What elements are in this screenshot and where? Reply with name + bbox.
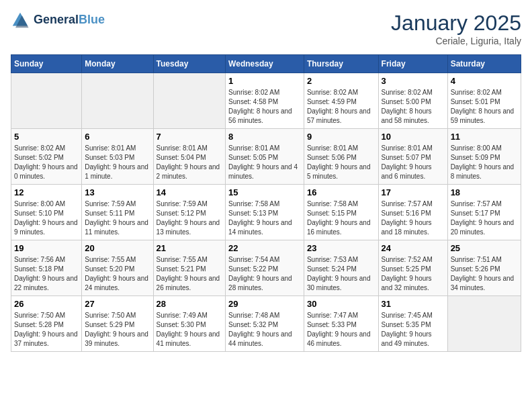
calendar-cell: 12Sunrise: 8:00 AMSunset: 5:10 PMDayligh… <box>11 185 82 240</box>
day-detail: Sunrise: 7:55 AMSunset: 5:20 PMDaylight:… <box>85 255 150 293</box>
day-detail: Sunrise: 8:00 AMSunset: 5:09 PMDaylight:… <box>451 144 518 181</box>
location-subtitle: Ceriale, Liguria, Italy <box>391 36 521 46</box>
calendar-cell: 15Sunrise: 7:58 AMSunset: 5:13 PMDayligh… <box>226 185 304 240</box>
calendar-week-row: 5Sunrise: 8:02 AMSunset: 5:02 PMDaylight… <box>11 129 521 185</box>
calendar-cell: 29Sunrise: 7:48 AMSunset: 5:32 PMDayligh… <box>226 296 304 352</box>
weekday-header: Saturday <box>447 55 521 73</box>
day-number: 29 <box>228 299 301 309</box>
title-block: January 2025 Ceriale, Liguria, Italy <box>391 11 521 46</box>
day-detail: Sunrise: 7:59 AMSunset: 5:12 PMDaylight:… <box>157 199 223 237</box>
day-number: 23 <box>307 243 375 253</box>
day-number: 18 <box>451 187 518 197</box>
calendar-week-row: 12Sunrise: 8:00 AMSunset: 5:10 PMDayligh… <box>11 185 521 240</box>
calendar-cell: 2Sunrise: 8:02 AMSunset: 4:59 PMDaylight… <box>304 73 378 129</box>
calendar-cell: 9Sunrise: 8:01 AMSunset: 5:06 PMDaylight… <box>304 129 378 185</box>
weekday-header: Monday <box>82 55 153 73</box>
day-number: 31 <box>382 299 445 309</box>
calendar-week-row: 19Sunrise: 7:56 AMSunset: 5:18 PMDayligh… <box>11 240 521 296</box>
calendar-cell <box>11 73 82 129</box>
calendar-cell <box>82 73 153 129</box>
day-detail: Sunrise: 7:50 AMSunset: 5:29 PMDaylight:… <box>85 311 150 349</box>
day-detail: Sunrise: 7:55 AMSunset: 5:21 PMDaylight:… <box>157 255 223 293</box>
day-number: 17 <box>382 187 445 197</box>
calendar-cell: 22Sunrise: 7:54 AMSunset: 5:22 PMDayligh… <box>226 240 304 296</box>
calendar-cell: 24Sunrise: 7:52 AMSunset: 5:25 PMDayligh… <box>378 240 447 296</box>
logo-icon <box>11 11 30 30</box>
calendar-cell: 25Sunrise: 7:51 AMSunset: 5:26 PMDayligh… <box>447 240 521 296</box>
page-header: GeneralBlue January 2025 Ceriale, Liguri… <box>11 11 521 46</box>
day-number: 3 <box>382 76 445 86</box>
day-detail: Sunrise: 7:59 AMSunset: 5:11 PMDaylight:… <box>85 199 150 237</box>
day-number: 28 <box>157 299 223 309</box>
calendar-cell: 19Sunrise: 7:56 AMSunset: 5:18 PMDayligh… <box>11 240 82 296</box>
calendar-week-row: 26Sunrise: 7:50 AMSunset: 5:28 PMDayligh… <box>11 296 521 352</box>
day-detail: Sunrise: 7:51 AMSunset: 5:26 PMDaylight:… <box>451 255 518 293</box>
logo-text: GeneralBlue <box>34 13 105 27</box>
calendar-cell <box>153 73 226 129</box>
day-number: 21 <box>157 243 223 253</box>
weekday-header: Sunday <box>11 55 82 73</box>
day-number: 6 <box>85 132 150 142</box>
calendar-cell: 18Sunrise: 7:57 AMSunset: 5:17 PMDayligh… <box>447 185 521 240</box>
calendar-cell: 23Sunrise: 7:53 AMSunset: 5:24 PMDayligh… <box>304 240 378 296</box>
day-number: 25 <box>451 243 518 253</box>
calendar-cell: 4Sunrise: 8:02 AMSunset: 5:01 PMDaylight… <box>447 73 521 129</box>
calendar-cell: 5Sunrise: 8:02 AMSunset: 5:02 PMDaylight… <box>11 129 82 185</box>
calendar-cell: 3Sunrise: 8:02 AMSunset: 5:00 PMDaylight… <box>378 73 447 129</box>
day-number: 12 <box>14 187 79 197</box>
calendar-cell: 11Sunrise: 8:00 AMSunset: 5:09 PMDayligh… <box>447 129 521 185</box>
calendar-cell: 13Sunrise: 7:59 AMSunset: 5:11 PMDayligh… <box>82 185 153 240</box>
day-detail: Sunrise: 8:02 AMSunset: 5:00 PMDaylight:… <box>382 88 445 126</box>
calendar-cell: 8Sunrise: 8:01 AMSunset: 5:05 PMDaylight… <box>226 129 304 185</box>
day-detail: Sunrise: 8:02 AMSunset: 5:01 PMDaylight:… <box>451 88 518 126</box>
day-number: 1 <box>228 76 301 86</box>
weekday-header: Tuesday <box>153 55 226 73</box>
weekday-header: Wednesday <box>226 55 304 73</box>
logo: GeneralBlue <box>11 11 105 30</box>
calendar-cell: 21Sunrise: 7:55 AMSunset: 5:21 PMDayligh… <box>153 240 226 296</box>
calendar-cell: 26Sunrise: 7:50 AMSunset: 5:28 PMDayligh… <box>11 296 82 352</box>
weekday-header: Thursday <box>304 55 378 73</box>
calendar-cell: 6Sunrise: 8:01 AMSunset: 5:03 PMDaylight… <box>82 129 153 185</box>
day-number: 4 <box>451 76 518 86</box>
month-title: January 2025 <box>391 11 521 36</box>
day-detail: Sunrise: 7:49 AMSunset: 5:30 PMDaylight:… <box>157 311 223 349</box>
day-number: 16 <box>307 187 375 197</box>
calendar-cell: 17Sunrise: 7:57 AMSunset: 5:16 PMDayligh… <box>378 185 447 240</box>
day-number: 2 <box>307 76 375 86</box>
day-number: 11 <box>451 132 518 142</box>
calendar-cell: 7Sunrise: 8:01 AMSunset: 5:04 PMDaylight… <box>153 129 226 185</box>
calendar-cell: 31Sunrise: 7:45 AMSunset: 5:35 PMDayligh… <box>378 296 447 352</box>
day-detail: Sunrise: 7:53 AMSunset: 5:24 PMDaylight:… <box>307 255 375 293</box>
weekday-header: Friday <box>378 55 447 73</box>
day-number: 24 <box>382 243 445 253</box>
day-number: 15 <box>228 187 301 197</box>
day-detail: Sunrise: 7:48 AMSunset: 5:32 PMDaylight:… <box>228 311 301 349</box>
day-number: 13 <box>85 187 150 197</box>
day-number: 20 <box>85 243 150 253</box>
day-detail: Sunrise: 7:57 AMSunset: 5:16 PMDaylight:… <box>382 199 445 237</box>
day-detail: Sunrise: 8:01 AMSunset: 5:03 PMDaylight:… <box>85 144 150 181</box>
calendar-week-row: 1Sunrise: 8:02 AMSunset: 4:58 PMDaylight… <box>11 73 521 129</box>
day-detail: Sunrise: 8:00 AMSunset: 5:10 PMDaylight:… <box>14 199 79 237</box>
day-number: 10 <box>382 132 445 142</box>
day-detail: Sunrise: 7:47 AMSunset: 5:33 PMDaylight:… <box>307 311 375 349</box>
day-detail: Sunrise: 8:01 AMSunset: 5:06 PMDaylight:… <box>307 144 375 181</box>
calendar-cell: 30Sunrise: 7:47 AMSunset: 5:33 PMDayligh… <box>304 296 378 352</box>
calendar-cell: 27Sunrise: 7:50 AMSunset: 5:29 PMDayligh… <box>82 296 153 352</box>
calendar-header-row: SundayMondayTuesdayWednesdayThursdayFrid… <box>11 55 521 73</box>
day-detail: Sunrise: 7:56 AMSunset: 5:18 PMDaylight:… <box>14 255 79 293</box>
day-detail: Sunrise: 8:02 AMSunset: 4:58 PMDaylight:… <box>228 88 301 126</box>
calendar-cell: 16Sunrise: 7:58 AMSunset: 5:15 PMDayligh… <box>304 185 378 240</box>
calendar-cell: 28Sunrise: 7:49 AMSunset: 5:30 PMDayligh… <box>153 296 226 352</box>
calendar-cell <box>447 296 521 352</box>
day-number: 22 <box>228 243 301 253</box>
day-number: 27 <box>85 299 150 309</box>
day-detail: Sunrise: 7:52 AMSunset: 5:25 PMDaylight:… <box>382 255 445 293</box>
day-detail: Sunrise: 8:02 AMSunset: 4:59 PMDaylight:… <box>307 88 375 126</box>
day-number: 9 <box>307 132 375 142</box>
day-number: 14 <box>157 187 223 197</box>
calendar-cell: 14Sunrise: 7:59 AMSunset: 5:12 PMDayligh… <box>153 185 226 240</box>
day-number: 19 <box>14 243 79 253</box>
day-number: 26 <box>14 299 79 309</box>
